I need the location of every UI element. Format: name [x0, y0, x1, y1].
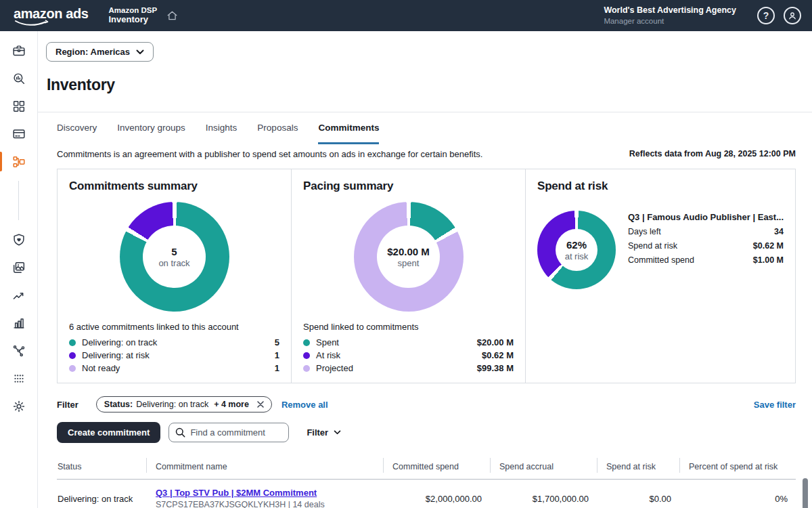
table-row: Delivering: on track Q3 | Top STV Pub | … [57, 480, 796, 508]
card-title: Commitments summary [69, 179, 279, 193]
sidebar-item-integrations[interactable] [0, 337, 37, 364]
card-summary-text: 6 active commitments linked to this acco… [69, 322, 279, 332]
risk-commitment-name: Q3 | Famous Audio Publisher | East... [628, 212, 784, 222]
legend-dot [69, 339, 76, 346]
cell-committed-spend: $2,000,000.00 [383, 480, 490, 508]
legend: Spent $20.00 M At risk $0.62 M Projected… [303, 336, 514, 375]
search-icon [175, 427, 185, 438]
legend-item: Delivering: at risk 1 [69, 349, 279, 362]
risk-detail-row: Days left 34 [628, 227, 784, 236]
filter-label: Filter [57, 400, 78, 410]
account-info: World's Best Advertising Agency Manager … [604, 5, 736, 26]
chevron-down-icon [136, 49, 144, 55]
create-commitment-button[interactable]: Create commitment [57, 422, 160, 443]
pacing-summary-card: Pacing summary $20.00 M spent Spend link… [291, 169, 526, 383]
commitments-table: Status Commitment name Committed spend S… [57, 454, 796, 508]
card-summary-text: Spend linked to commitments [303, 322, 514, 332]
remove-filter-icon[interactable] [257, 401, 264, 408]
status-filter-chip[interactable]: Status: Delivering: on track + 4 more [96, 396, 272, 412]
sidebar-item-billing[interactable] [0, 120, 37, 148]
cell-spend-at-risk: $0.00 [597, 480, 679, 508]
filter-dropdown[interactable]: Filter [307, 427, 341, 438]
remove-all-link[interactable]: Remove all [281, 400, 328, 410]
help-glyph: ? [763, 10, 769, 21]
inventory-flow-icon [12, 154, 26, 169]
apps-grid-icon [12, 371, 26, 386]
sidebar-item-modules[interactable] [0, 92, 37, 120]
sidebar-item-campaigns[interactable] [0, 37, 37, 64]
search-analytics-icon [12, 71, 26, 86]
credit-card-icon [12, 127, 26, 142]
legend-item: Not ready 1 [69, 362, 279, 375]
legend-item: Delivering: on track 5 [69, 336, 279, 349]
legend-dot [69, 365, 76, 372]
cell-status: Delivering: on track [57, 480, 146, 508]
sidebar-item-inventory[interactable] [0, 148, 37, 175]
app-context: Amazon DSP Inventory [108, 6, 157, 25]
page-title: Inventory [47, 76, 796, 94]
column-header-status: Status [57, 454, 146, 480]
tab-discovery[interactable]: Discovery [57, 112, 97, 144]
tab-inventory-groups[interactable]: Inventory groups [117, 112, 185, 144]
sidebar-item-settings[interactable] [0, 392, 37, 420]
home-icon[interactable] [166, 10, 178, 21]
info-row: Commitments is an agreement with a publi… [57, 149, 796, 159]
risk-detail-row: Committed spend $1.00 M [628, 255, 784, 265]
card-title: Spend at risk [537, 179, 784, 193]
amazon-ads-logo[interactable]: amazon ads [14, 6, 88, 26]
column-header-spend-at-risk: Spend at risk [597, 454, 679, 480]
sidebar-item-apps[interactable] [0, 364, 37, 392]
top-nav: amazon ads Amazon DSP Inventory World's … [0, 0, 812, 31]
sidebar-item-creatives[interactable] [0, 253, 37, 281]
chevron-down-icon [334, 430, 341, 435]
spend-at-risk-card: Spend at risk 62% at risk Q3 | Famous Au… [525, 169, 796, 383]
account-name: World's Best Advertising Agency [604, 5, 736, 16]
tab-insights[interactable]: Insights [206, 112, 238, 144]
vertical-scrollbar[interactable] [803, 478, 808, 508]
donut-center-value: 5 [171, 246, 177, 257]
main-content: Region: Americas Inventory Discovery Inv… [38, 31, 812, 508]
modules-grid-icon [12, 99, 26, 114]
sidebar-item-reports[interactable] [0, 309, 37, 337]
region-label: Region: Americas [55, 47, 130, 57]
sidebar-item-brand-safety[interactable] [0, 226, 37, 253]
tab-commitments[interactable]: Commitments [318, 112, 379, 144]
data-freshness-note: Reflects data from Aug 28, 2025 12:00 PM [629, 149, 796, 158]
legend-item: At risk $0.62 M [303, 349, 514, 362]
region-selector[interactable]: Region: Americas [46, 42, 154, 62]
sidebar-item-discovery[interactable] [0, 64, 37, 92]
account-icon[interactable] [784, 7, 801, 24]
sidebar-item-insights[interactable] [0, 281, 37, 309]
legend-dot [69, 352, 76, 359]
account-type: Manager account [604, 16, 736, 26]
donut-center-label: spent [398, 258, 420, 268]
app-root: amazon ads Amazon DSP Inventory World's … [0, 0, 812, 508]
save-filter-link[interactable]: Save filter [754, 400, 796, 410]
donut-center-value: 62% [566, 239, 587, 251]
spend-at-risk-donut-chart: 62% at risk [537, 211, 616, 289]
column-header-percent-at-risk: Percent of spend at risk [679, 454, 796, 480]
help-icon[interactable]: ? [757, 7, 775, 24]
creative-images-icon [12, 260, 26, 275]
legend-dot [303, 339, 310, 346]
legend-item: Projected $99.38 M [303, 362, 514, 375]
column-header-committed-spend: Committed spend [383, 454, 490, 480]
donut-center-value: $20.00 M [387, 246, 430, 257]
amazon-smile-icon [14, 20, 49, 26]
logo-text: amazon ads [14, 6, 88, 21]
legend-dot [303, 365, 310, 372]
summary-cards: Commitments summary 5 on track 6 active … [57, 169, 796, 383]
commitment-link[interactable]: Q3 | Top STV Pub | $2MM Commitment [156, 488, 317, 498]
card-title: Pacing summary [303, 179, 514, 193]
table-header-row: Status Commitment name Committed spend S… [57, 454, 796, 480]
commitment-meta: S7CPS17EBA37KJSGQKLYKH3H | 14 deals [156, 500, 375, 508]
legend-dot [303, 352, 310, 359]
table-actions: Create commitment Filter [57, 422, 796, 443]
line-chart-icon [12, 288, 26, 303]
tab-proposals[interactable]: Proposals [257, 112, 298, 144]
context-page-name: Inventory [108, 15, 157, 25]
cell-percent-at-risk: 0% [679, 480, 796, 508]
search-input[interactable] [168, 423, 289, 442]
filter-bar: Filter Status: Delivering: on track + 4 … [57, 396, 796, 412]
column-header-spend-accrual: Spend accrual [490, 454, 597, 480]
